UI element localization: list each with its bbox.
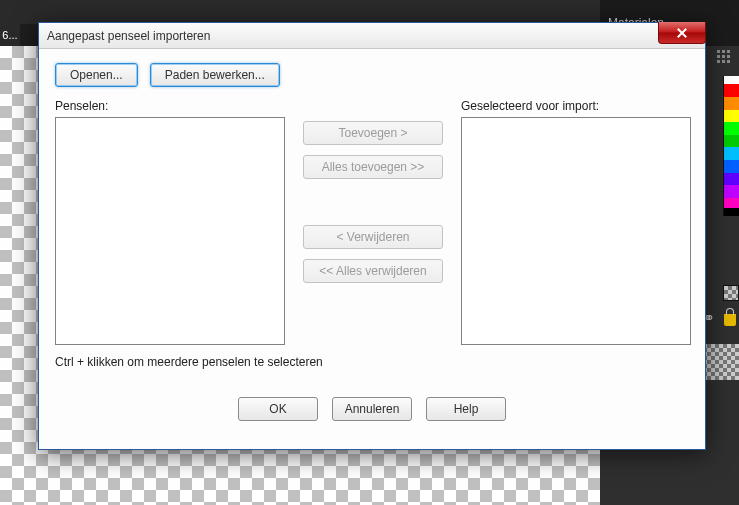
transparency-swatch[interactable]: [723, 285, 739, 301]
remove-button[interactable]: < Verwijderen: [303, 225, 443, 249]
selected-listbox[interactable]: [461, 117, 691, 345]
panel-menu-icon[interactable]: [717, 50, 733, 66]
brushes-label: Penselen:: [55, 99, 285, 113]
edit-paths-button[interactable]: Paden bewerken...: [150, 63, 280, 87]
cancel-button[interactable]: Annuleren: [332, 397, 412, 421]
multiselect-hint: Ctrl + klikken om meerdere penselen te s…: [55, 355, 689, 369]
close-icon: [677, 28, 687, 38]
lock-icon[interactable]: [724, 314, 736, 326]
layer-thumb: [703, 344, 739, 380]
add-button[interactable]: Toevoegen >: [303, 121, 443, 145]
import-brush-dialog: Aangepast penseel importeren Openen... P…: [38, 22, 706, 450]
add-all-button[interactable]: Alles toevoegen >>: [303, 155, 443, 179]
ok-button[interactable]: OK: [238, 397, 318, 421]
help-button[interactable]: Help: [426, 397, 506, 421]
document-tab[interactable]: 6...: [0, 24, 20, 46]
dialog-title: Aangepast penseel importeren: [47, 29, 210, 43]
open-button[interactable]: Openen...: [55, 63, 138, 87]
remove-all-button[interactable]: << Alles verwijderen: [303, 259, 443, 283]
layer-item[interactable]: [703, 344, 739, 380]
close-button[interactable]: [658, 22, 706, 44]
selected-label: Geselecteerd voor import:: [461, 99, 691, 113]
color-ramp[interactable]: [723, 76, 739, 216]
dialog-titlebar[interactable]: Aangepast penseel importeren: [39, 23, 705, 49]
brushes-listbox[interactable]: [55, 117, 285, 345]
